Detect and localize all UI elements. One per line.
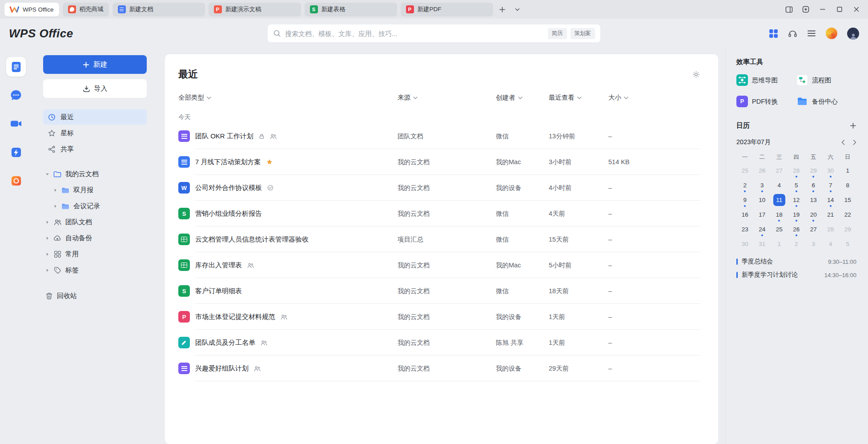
rail-meetings-icon[interactable] xyxy=(6,114,26,133)
membership-icon[interactable] xyxy=(826,28,837,39)
caret-right-icon[interactable] xyxy=(45,236,49,240)
calendar-day[interactable]: 27 xyxy=(805,222,822,237)
sidebar-item-star[interactable]: 星标 xyxy=(43,125,147,141)
calendar-day[interactable]: 15 xyxy=(839,193,856,207)
search-tag[interactable]: 策划案 xyxy=(571,28,595,39)
filter-viewed[interactable]: 最近查看 xyxy=(549,93,582,102)
tab-5[interactable]: P新建PDF xyxy=(401,3,493,16)
side-panel-toggle-icon[interactable] xyxy=(782,3,796,16)
calendar-day[interactable]: 7 xyxy=(822,178,840,193)
calendar-day[interactable]: 26 xyxy=(754,163,771,178)
sidebar-tree-item[interactable]: 常用 xyxy=(43,246,147,262)
calendar-day[interactable]: 8 xyxy=(839,178,856,193)
tab-2[interactable]: 新建文档 xyxy=(113,3,205,16)
calendar-day[interactable]: 30 xyxy=(822,163,840,178)
rail-forms-icon[interactable] xyxy=(6,142,26,162)
calendar-day[interactable]: 5 xyxy=(788,178,805,193)
caret-right-icon[interactable] xyxy=(45,252,49,256)
calendar-day[interactable]: 5 xyxy=(839,237,856,251)
sidebar-tree-item[interactable]: 双月报 xyxy=(43,182,147,198)
import-button[interactable]: 导入 xyxy=(43,79,147,98)
caret-down-icon[interactable] xyxy=(45,172,49,176)
file-row[interactable]: S客户订单明细表我的云文档微信18天前– xyxy=(178,278,700,304)
tool-pdf-convert[interactable]: PPDF转换 xyxy=(736,96,796,107)
minimize-button[interactable] xyxy=(816,3,830,16)
sidebar-tree-item[interactable]: 团队文档 xyxy=(43,214,147,230)
file-row[interactable]: W公司对外合作协议模板我的云文档我的设备4小时前– xyxy=(178,175,700,201)
calendar-event[interactable]: 季度总结会9:30–11:00 xyxy=(736,258,856,266)
calendar-day[interactable]: 23 xyxy=(736,222,754,237)
file-row[interactable]: 团队 OKR 工作计划团队文档微信13分钟前– xyxy=(178,123,700,149)
filter-creator[interactable]: 创建者 xyxy=(496,93,522,102)
calendar-day[interactable]: 25 xyxy=(771,222,788,237)
search-input[interactable] xyxy=(285,30,544,37)
calendar-event[interactable]: 新季度学习计划讨论14:30–16:00 xyxy=(736,271,856,279)
caret-right-icon[interactable] xyxy=(53,188,57,192)
calendar-day[interactable]: 25 xyxy=(736,163,754,178)
next-month-icon[interactable] xyxy=(853,140,856,145)
user-avatar[interactable] xyxy=(847,28,859,40)
apps-grid-icon[interactable] xyxy=(769,29,778,38)
filter-type[interactable]: 全部类型 xyxy=(178,93,211,102)
calendar-day[interactable]: 19 xyxy=(788,207,805,222)
calendar-day[interactable]: 13 xyxy=(805,193,822,207)
sidebar-tree-item[interactable]: 自动备份 xyxy=(43,230,147,246)
calendar-day[interactable]: 29 xyxy=(839,222,856,237)
support-headset-icon[interactable] xyxy=(788,29,797,38)
tab-1[interactable]: 稻壳商城 xyxy=(63,3,109,16)
calendar-day[interactable]: 12 xyxy=(788,193,805,207)
calendar-day[interactable]: 6 xyxy=(805,178,822,193)
new-document-button[interactable]: 新建 xyxy=(43,55,147,74)
calendar-day[interactable]: 4 xyxy=(822,237,840,251)
add-event-icon[interactable] xyxy=(850,122,856,129)
filter-source[interactable]: 来源 xyxy=(398,93,418,102)
calendar-day[interactable]: 2 xyxy=(736,178,754,193)
caret-right-icon[interactable] xyxy=(45,268,49,272)
calendar-day[interactable]: 26 xyxy=(788,222,805,237)
tool-flowchart[interactable]: 流程图 xyxy=(796,74,856,86)
tab-list-dropdown-icon[interactable] xyxy=(512,4,523,15)
prev-month-icon[interactable] xyxy=(841,140,845,145)
calendar-day[interactable]: 4 xyxy=(771,178,788,193)
rail-apps-suite-icon[interactable] xyxy=(6,171,26,190)
calendar-day[interactable]: 30 xyxy=(736,237,754,251)
calendar-day[interactable]: 27 xyxy=(771,163,788,178)
rail-documents-icon[interactable] xyxy=(6,57,26,77)
calendar-day[interactable]: 3 xyxy=(754,178,771,193)
sidebar-item-clock[interactable]: 最近 xyxy=(43,109,147,125)
menu-icon[interactable] xyxy=(807,30,816,37)
file-row[interactable]: 团队成员及分工名单我的云文档陈旭 共享1天前– xyxy=(178,330,700,355)
search-bar[interactable]: 简历策划案 xyxy=(268,24,600,42)
calendar-day[interactable]: 16 xyxy=(736,207,754,222)
close-button[interactable] xyxy=(849,3,864,16)
calendar-day[interactable]: 1 xyxy=(839,163,856,178)
tab-3[interactable]: P新建演示文稿 xyxy=(209,3,301,16)
filter-size[interactable]: 大小 xyxy=(608,93,628,102)
widgets-icon[interactable] xyxy=(799,3,813,16)
calendar-day[interactable]: 20 xyxy=(805,207,822,222)
calendar-day[interactable]: 9 xyxy=(736,193,754,207)
tab-0[interactable]: WPS Office xyxy=(4,3,59,16)
sidebar-tree-item[interactable]: 会议记录 xyxy=(43,198,147,214)
calendar-day[interactable]: 28 xyxy=(822,222,840,237)
calendar-day-selected[interactable]: 11 xyxy=(771,193,788,207)
calendar-day[interactable]: 29 xyxy=(805,163,822,178)
caret-right-icon[interactable] xyxy=(45,220,49,224)
tool-mindmap[interactable]: 思维导图 xyxy=(736,74,796,86)
file-row[interactable]: S营销小组业绩分析报告我的云文档微信4天前– xyxy=(178,201,700,226)
search-tag[interactable]: 简历 xyxy=(548,28,567,39)
calendar-day[interactable]: 10 xyxy=(754,193,771,207)
maximize-button[interactable] xyxy=(832,3,847,16)
file-row[interactable]: 兴趣爱好组队计划我的云文档我的设备29天前– xyxy=(178,355,700,381)
calendar-day[interactable]: 14 xyxy=(822,193,840,207)
file-row[interactable]: P市场主体登记提交材料规范我的云文档我的设备1天前– xyxy=(178,304,700,330)
new-tab-button[interactable] xyxy=(497,4,508,15)
file-row[interactable]: 云文档管理人员信息统计表管理器验收项目汇总微信15天前– xyxy=(178,226,700,252)
sidebar-item-trash[interactable]: 回收站 xyxy=(43,288,147,303)
calendar-day[interactable]: 28 xyxy=(788,163,805,178)
calendar-day[interactable]: 1 xyxy=(771,237,788,251)
file-row[interactable]: 7 月线下活动策划方案我的云文档我的Mac3小时前514 KB xyxy=(178,149,700,175)
calendar-day[interactable]: 22 xyxy=(839,207,856,222)
calendar-day[interactable]: 17 xyxy=(754,207,771,222)
file-row[interactable]: 库存出入管理表我的云文档我的Mac5小时前– xyxy=(178,252,700,278)
